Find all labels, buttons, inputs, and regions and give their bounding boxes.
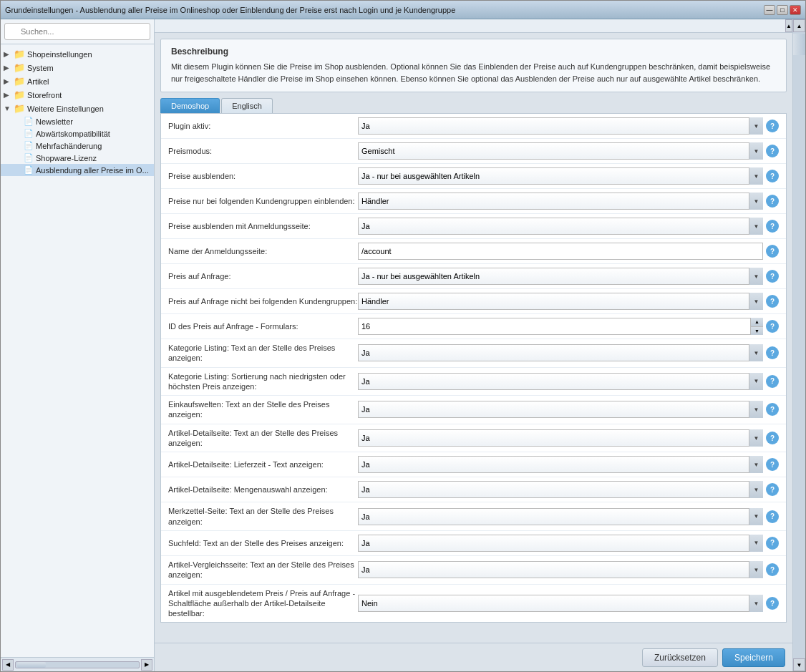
scroll-right-button[interactable]: ▶ bbox=[141, 659, 152, 671]
form-control-anmeldungsseite: ? bbox=[358, 243, 779, 260]
sidebar-item-label: Shopeinstellungen bbox=[27, 50, 92, 59]
sidebar: 🔍 ▶ 📁 Shopeinstellungen ▶ 📁 System ▶ 📁 A… bbox=[1, 19, 155, 671]
close-button[interactable]: ✕ bbox=[790, 5, 801, 15]
titlebar: Grundeinstellungen - Ausblendung aller P… bbox=[1, 1, 805, 19]
select-artikel-detail-text[interactable]: JaNein bbox=[358, 429, 763, 447]
form-control-preis-anfrage-id: ▲▼? bbox=[358, 318, 779, 335]
select-preise-ausblenden[interactable]: JaNeinJa - nur bei ausgewählten Artikeln bbox=[358, 167, 763, 185]
spinner-up-button[interactable]: ▲ bbox=[751, 318, 763, 327]
form-area: Plugin aktiv:JaNein▼?Preismodus:Gemischt… bbox=[160, 113, 787, 623]
sidebar-item-storefront[interactable]: ▶ 📁 Storefront bbox=[1, 88, 154, 102]
content-inner: Beschreibung Mit diesem Plugin können Si… bbox=[155, 33, 792, 643]
description-title: Beschreibung bbox=[171, 47, 776, 57]
sidebar-item-mehrfach[interactable]: 📄 Mehrfachänderung bbox=[1, 140, 154, 152]
help-button-artikel-vergleich[interactable]: ? bbox=[766, 563, 779, 576]
help-button-plugin-aktiv[interactable]: ? bbox=[766, 120, 779, 132]
select-artikel-vergleich[interactable]: JaNein bbox=[358, 561, 763, 578]
form-label-artikel-ausgeblendet: Artikel mit ausgeblendetem Preis / Preis… bbox=[168, 588, 358, 619]
right-scrollbar: ▲ ▼ bbox=[792, 19, 805, 671]
folder-icon: 📁 bbox=[14, 76, 25, 87]
expander-icon: ▼ bbox=[4, 104, 14, 112]
select-wrapper-preise-ausblenden: JaNeinJa - nur bei ausgewählten Artikeln… bbox=[358, 167, 763, 185]
sidebar-scrollbar: ◀ ▶ bbox=[1, 657, 154, 671]
select-plugin-aktiv[interactable]: JaNein bbox=[358, 117, 763, 135]
scroll-top-button[interactable]: ▲ bbox=[785, 19, 792, 32]
form-control-preise-ausblenden: JaNeinJa - nur bei ausgewählten Artikeln… bbox=[358, 167, 779, 185]
scroll-left-button[interactable]: ◀ bbox=[2, 659, 14, 671]
help-button-merkzettel[interactable]: ? bbox=[766, 510, 779, 523]
help-button-preise-ausblenden[interactable]: ? bbox=[766, 170, 779, 182]
select-preis-anfrage-kunden[interactable]: HändlerAlle bbox=[358, 293, 763, 310]
sidebar-item-newsletter[interactable]: 📄 Newsletter bbox=[1, 115, 154, 127]
help-button-artikel-ausgeblendet[interactable]: ? bbox=[766, 597, 779, 610]
form-control-einkaufswelten: JaNein▼? bbox=[358, 401, 779, 418]
bottom-bar: Zurücksetzen Speichern bbox=[155, 643, 792, 671]
form-control-kategorie-listing-text: JaNein▼? bbox=[358, 344, 779, 361]
zuruecksetzen-button[interactable]: Zurücksetzen bbox=[642, 648, 718, 667]
form-label-plugin-aktiv: Plugin aktiv: bbox=[168, 121, 358, 131]
help-button-preise-kundengruppen[interactable]: ? bbox=[766, 195, 779, 208]
select-artikel-ausgeblendet[interactable]: JaNein bbox=[358, 595, 763, 612]
help-button-preis-anfrage-id[interactable]: ? bbox=[766, 320, 779, 333]
spinner-down-button[interactable]: ▼ bbox=[751, 327, 763, 336]
scroll-track-vertical bbox=[793, 32, 805, 658]
form-control-preis-anfrage: JaNeinJa - nur bei ausgewählten Artikeln… bbox=[358, 268, 779, 285]
help-button-artikel-detail-menge[interactable]: ? bbox=[766, 483, 779, 496]
select-artikel-detail-menge[interactable]: JaNein bbox=[358, 481, 763, 498]
form-label-artikel-detail-menge: Artikel-Detailseite: Mengenauswahl anzei… bbox=[168, 484, 358, 495]
select-artikel-detail-lieferzeit[interactable]: JaNein bbox=[358, 456, 763, 473]
help-button-preis-anfrage[interactable]: ? bbox=[766, 270, 779, 283]
minimize-button[interactable]: — bbox=[764, 5, 775, 15]
sidebar-item-abwaerts[interactable]: 📄 Abwärtskompatibilität bbox=[1, 127, 154, 140]
form-row-preis-anfrage-kunden: Preis auf Anfrage nicht bei folgenden Ku… bbox=[161, 289, 786, 314]
spinner-input-preis-anfrage-id[interactable] bbox=[358, 318, 763, 335]
tab-demoshop[interactable]: Demoshop bbox=[160, 98, 220, 113]
select-preise-anmeldung[interactable]: JaNein bbox=[358, 218, 763, 235]
help-button-preis-anfrage-kunden[interactable]: ? bbox=[766, 295, 779, 308]
search-input[interactable] bbox=[4, 23, 150, 40]
select-kategorie-listing-sort[interactable]: JaNein bbox=[358, 373, 763, 390]
form-label-artikel-detail-text: Artikel-Detailseite: Text an der Stelle … bbox=[168, 428, 358, 449]
tab-englisch[interactable]: Englisch bbox=[221, 98, 273, 113]
help-button-artikel-detail-text[interactable]: ? bbox=[766, 432, 779, 444]
form-label-artikel-detail-lieferzeit: Artikel-Detailseite: Lieferzeit - Text a… bbox=[168, 459, 358, 469]
scroll-up-button[interactable]: ▲ bbox=[793, 19, 805, 32]
help-button-suchfeld[interactable]: ? bbox=[766, 537, 779, 550]
help-button-anmeldungsseite[interactable]: ? bbox=[766, 245, 779, 258]
file-icon: 📄 bbox=[24, 141, 34, 150]
select-kategorie-listing-text[interactable]: JaNein bbox=[358, 344, 763, 361]
form-row-preis-anfrage-id: ID des Preis auf Anfrage - Formulars:▲▼? bbox=[161, 314, 786, 339]
input-anmeldungsseite[interactable] bbox=[358, 243, 763, 260]
select-wrapper-suchfeld: JaNein▼ bbox=[358, 535, 763, 552]
sidebar-item-system[interactable]: ▶ 📁 System bbox=[1, 61, 154, 74]
tabs-form-section: DemoshopEnglisch Plugin aktiv:JaNein▼?Pr… bbox=[160, 98, 787, 623]
select-wrapper-artikel-vergleich: JaNein▼ bbox=[358, 561, 763, 578]
select-merkzettel[interactable]: JaNein bbox=[358, 508, 763, 525]
sidebar-item-artikel[interactable]: ▶ 📁 Artikel bbox=[1, 74, 154, 88]
maximize-button[interactable]: □ bbox=[777, 5, 788, 15]
form-row-kategorie-listing-text: Kategorie Listing: Text an der Stelle de… bbox=[161, 339, 786, 368]
speichern-button[interactable]: Speichern bbox=[722, 648, 785, 667]
window-controls: — □ ✕ bbox=[764, 5, 801, 15]
help-button-artikel-detail-lieferzeit[interactable]: ? bbox=[766, 458, 779, 471]
file-icon: 📄 bbox=[24, 153, 34, 162]
select-preis-anfrage[interactable]: JaNeinJa - nur bei ausgewählten Artikeln bbox=[358, 268, 763, 285]
help-button-kategorie-listing-text[interactable]: ? bbox=[766, 346, 779, 359]
help-button-kategorie-listing-sort[interactable]: ? bbox=[766, 375, 779, 388]
sidebar-item-shopware[interactable]: 📄 Shopware-Lizenz bbox=[1, 152, 154, 164]
sidebar-item-shopeinstellungen[interactable]: ▶ 📁 Shopeinstellungen bbox=[1, 47, 154, 61]
select-preismodus[interactable]: GemischtNettoBrutto bbox=[358, 142, 763, 160]
select-wrapper-plugin-aktiv: JaNein▼ bbox=[358, 117, 763, 135]
form-control-artikel-vergleich: JaNein▼? bbox=[358, 561, 779, 578]
select-preise-kundengruppen[interactable]: HändlerAlle bbox=[358, 193, 763, 210]
help-button-preise-anmeldung[interactable]: ? bbox=[766, 220, 779, 233]
scroll-down-button[interactable]: ▼ bbox=[793, 658, 805, 671]
sidebar-item-ausblendung[interactable]: 📄 Ausblendung aller Preise im O... bbox=[1, 164, 154, 176]
form-row-artikel-ausgeblendet: Artikel mit ausgeblendetem Preis / Preis… bbox=[161, 585, 786, 623]
sidebar-item-weitere[interactable]: ▼ 📁 Weitere Einstellungen bbox=[1, 102, 154, 115]
select-einkaufswelten[interactable]: JaNein bbox=[358, 401, 763, 418]
form-control-artikel-ausgeblendet: JaNein▼? bbox=[358, 595, 779, 612]
help-button-preismodus[interactable]: ? bbox=[766, 145, 779, 157]
help-button-einkaufswelten[interactable]: ? bbox=[766, 403, 779, 416]
select-suchfeld[interactable]: JaNein bbox=[358, 535, 763, 552]
